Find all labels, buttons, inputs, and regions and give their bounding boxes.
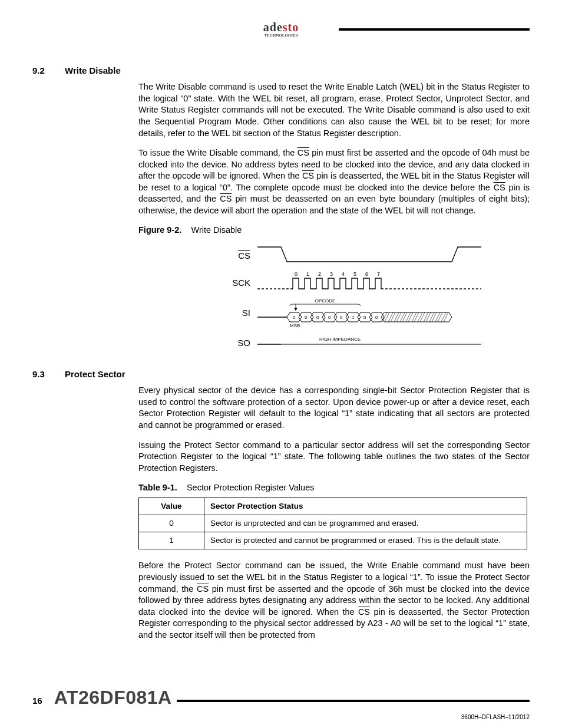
svg-line-42 [438,312,442,322]
table-row: 0 Sector is unprotected and can be progr… [139,515,527,532]
table-header-status: Sector Protection Status [204,498,527,515]
signal-label-so: SO [209,337,257,349]
svg-line-30 [429,312,434,322]
section-title: Write Disable [65,65,121,77]
table-cell: 1 [139,532,204,549]
paragraph: To issue the Write Disable command, the … [138,147,530,216]
header-rule [339,28,530,31]
waveform-cs [257,244,481,268]
svg-text:5: 5 [353,271,356,277]
table-title: Sector Protection Register Values [187,483,315,492]
logo-text-2: sto [283,21,299,34]
logo-text-1: ade [263,21,283,34]
timing-diagram: CS SCK 0 1 2 [209,242,530,357]
svg-line-28 [418,312,422,322]
svg-text:0: 0 [363,315,366,320]
signal-label-cs: CS [209,250,257,262]
table-cell: 0 [139,515,204,532]
svg-text:3: 3 [330,271,333,277]
svg-line-27 [412,312,416,322]
svg-text:6: 6 [365,271,368,277]
table-label: Table 9-1. [138,483,177,492]
cs-pin: CS [358,607,370,617]
logo-subtext: TECHNOLOGIES [263,34,299,38]
logo: adesto TECHNOLOGIES [263,21,299,38]
svg-text:1: 1 [352,315,355,320]
svg-line-24 [394,312,399,322]
svg-text:MSB: MSB [290,323,300,328]
svg-line-38 [414,312,419,322]
section-number: 9.3 [32,368,65,380]
page-header: adesto TECHNOLOGIES [32,18,530,41]
svg-text:0: 0 [328,315,331,320]
cs-pin: CS [494,183,505,192]
table-cell: Sector is unprotected and can be program… [204,515,527,532]
svg-text:0: 0 [340,315,343,320]
document-id: 3600H–DFLASH–11/2012 [461,713,530,722]
svg-text:7: 7 [377,271,380,277]
svg-line-36 [402,312,407,322]
svg-text:0: 0 [305,315,308,320]
table-cell: Sector is protected and cannot be progra… [204,532,527,549]
cs-pin: CS [297,148,309,157]
svg-line-35 [396,312,401,322]
figure-caption: Figure 9-2. Write Disable [138,225,530,236]
table-caption: Table 9-1. Sector Protection Register Va… [138,482,530,494]
cs-pin: CS [197,584,209,594]
waveform-sck: 0 1 2 3 4 5 6 7 [257,271,481,295]
table-header-value: Value [139,498,204,515]
paragraph: Every physical sector of the device has … [138,385,530,431]
svg-line-26 [406,312,411,322]
svg-line-43 [444,312,448,322]
svg-line-41 [432,312,437,322]
svg-text:4: 4 [342,271,345,277]
protection-table: Value Sector Protection Status 0 Sector … [138,498,527,550]
cs-pin: CS [220,194,232,203]
section-number: 9.2 [32,65,65,77]
part-number: AT26DF081A [54,685,172,710]
svg-line-34 [391,312,395,322]
svg-line-40 [426,312,431,322]
paragraph: Before the Protect Sector command can be… [138,560,530,641]
svg-text:0: 0 [293,315,296,320]
table-row: 1 Sector is protected and cannot be prog… [139,532,527,549]
svg-text:0: 0 [295,271,297,277]
cs-pin: CS [302,171,314,180]
signal-label-si: SI [209,307,257,319]
svg-text:HIGH-IMPEDANCE: HIGH-IMPEDANCE [319,337,361,342]
svg-line-23 [388,312,393,322]
section-heading-9-2: 9.2 Write Disable [32,65,530,77]
svg-line-31 [435,312,440,322]
svg-line-33 [385,312,389,322]
page-footer: 16 AT26DF081A [32,685,530,710]
signal-label-sck: SCK [209,277,257,289]
svg-line-25 [400,312,405,322]
paragraph: Issuing the Protect Sector command to a … [138,440,530,475]
footer-rule [177,700,530,702]
waveform-so: HIGH-IMPEDANCE [257,331,481,355]
figure-title: Write Disable [191,225,242,235]
page-number: 16 [32,695,42,707]
paragraph: The Write Disable command is used to res… [138,81,530,139]
svg-marker-11 [294,308,297,311]
svg-line-37 [408,312,413,322]
svg-line-39 [420,312,425,322]
svg-text:0: 0 [316,315,319,320]
section-title: Protect Sector [65,368,125,380]
svg-line-29 [424,312,428,322]
svg-line-32 [441,312,446,322]
waveform-si: OPCODE [257,297,481,330]
section-heading-9-3: 9.3 Protect Sector [32,368,530,380]
figure-label: Figure 9-2. [138,225,181,235]
svg-text:2: 2 [318,271,321,277]
svg-text:OPCODE: OPCODE [315,298,336,304]
svg-text:1: 1 [306,271,309,277]
svg-text:0: 0 [375,315,378,320]
